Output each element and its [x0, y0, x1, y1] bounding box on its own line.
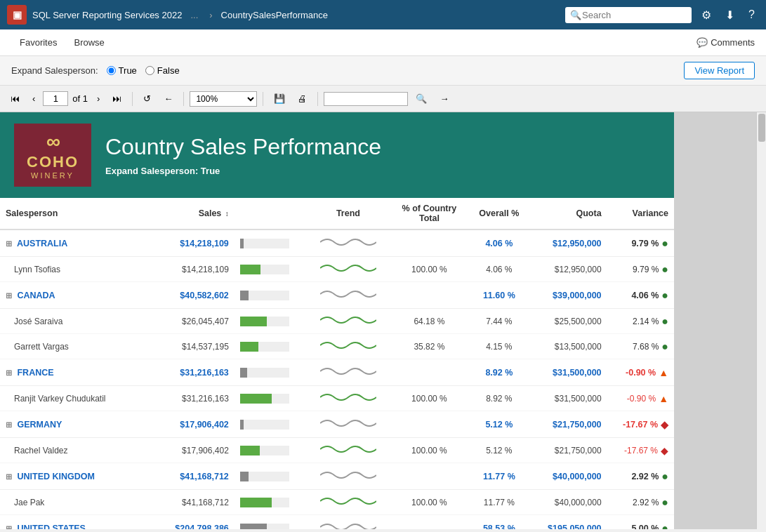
- first-page-button[interactable]: ⏮: [6, 91, 25, 107]
- help-button[interactable]: ?: [744, 6, 759, 24]
- indicator-icon: ◆: [661, 419, 668, 430]
- country-pct-of-country: [390, 282, 469, 309]
- refresh-button[interactable]: ↺: [138, 91, 156, 107]
- person-bar: [240, 317, 289, 326]
- report-area[interactable]: ∞ COHO WINERY Country Sales Performance …: [0, 112, 766, 529]
- indicator-icon: ●: [661, 289, 668, 302]
- person-trend: [306, 334, 390, 359]
- breadcrumb-report: CountrySalesPerformance: [221, 10, 328, 20]
- expand-icon[interactable]: ⊞: [6, 368, 12, 377]
- person-name: Garrett Vargas: [0, 334, 143, 359]
- country-pct-of-country: [390, 515, 469, 530]
- expand-icon[interactable]: ⊞: [6, 291, 12, 300]
- expand-icon[interactable]: ⊞: [6, 239, 12, 248]
- app-logo: ▣: [7, 5, 27, 25]
- person-bar: [240, 498, 289, 507]
- country-row: ⊞ GERMANY $17,906,402 5.12 % $21,750,000…: [0, 411, 674, 438]
- subtitle-label: Expand Salesperson:: [105, 166, 198, 176]
- country-row: ⊞ UNITED KINGDOM $41,168,712 11.77 % $40…: [0, 463, 674, 490]
- country-overall: 11.60 %: [468, 282, 529, 309]
- person-pct-of-country: 100.00 %: [390, 386, 469, 411]
- table-row: José Saraiva $26,045,407 64.18 % 7.44 % …: [0, 309, 674, 334]
- logo-icon: ▣: [13, 9, 22, 20]
- scrollbar-thumb[interactable]: [758, 114, 765, 142]
- country-overall: 5.12 %: [468, 411, 529, 438]
- table-row: Jae Pak $41,168,712 100.00 % 11.77 % $40…: [0, 490, 674, 515]
- comments-button[interactable]: 💬 Comments: [696, 37, 755, 48]
- prev-page-button[interactable]: ‹: [27, 91, 40, 107]
- country-bar-cell: [235, 515, 307, 530]
- find-next-button[interactable]: →: [435, 91, 454, 107]
- next-page-button[interactable]: ›: [92, 91, 105, 107]
- country-sales: $40,582,602: [143, 282, 235, 309]
- person-bar-fill: [240, 446, 260, 455]
- logo-company-sub: WINERY: [31, 171, 74, 180]
- report-content: ∞ COHO WINERY Country Sales Performance …: [0, 112, 674, 529]
- report-search-input[interactable]: [324, 92, 408, 106]
- country-trend: [306, 463, 390, 490]
- country-variance: 5.00 % ●: [613, 522, 668, 530]
- person-variance-cell: 9.79 % ●: [607, 257, 674, 282]
- back-button[interactable]: ←: [159, 91, 178, 107]
- radio-true-input[interactable]: [107, 66, 116, 75]
- search-input[interactable]: [565, 7, 692, 23]
- toolbar-separator-4: [317, 92, 318, 106]
- report-toolbar: ⏮ ‹ of 1 › ⏭ ↺ ← 100% 75% 150% 200% Page…: [0, 86, 766, 112]
- expand-icon[interactable]: ⊞: [6, 524, 12, 530]
- find-button[interactable]: 🔍: [411, 91, 432, 107]
- settings-button[interactable]: ⚙: [697, 6, 715, 25]
- country-quota: $40,000,000: [529, 463, 607, 490]
- person-quota: $13,500,000: [529, 334, 607, 359]
- country-bar: [240, 239, 289, 248]
- radio-true-label: True: [119, 65, 137, 76]
- indicator-icon: ●: [661, 263, 668, 276]
- country-bar: [240, 472, 289, 481]
- save-button[interactable]: 💾: [269, 91, 290, 107]
- radio-true[interactable]: True: [107, 65, 137, 76]
- country-bar: [240, 420, 289, 430]
- scrollbar-track[interactable]: [756, 112, 766, 529]
- sales-table: Salesperson Sales ↕ Trend % of Country T…: [0, 198, 674, 529]
- person-sales: $26,045,407: [143, 309, 235, 334]
- browse-tab[interactable]: Browse: [65, 32, 112, 53]
- page-number-input[interactable]: [43, 91, 68, 106]
- person-pct-of-country: 100.00 %: [390, 438, 469, 463]
- last-page-button[interactable]: ⏭: [107, 91, 126, 107]
- person-sales: $31,216,163: [143, 386, 235, 411]
- report-header: ∞ COHO WINERY Country Sales Performance …: [0, 112, 674, 198]
- country-overall: 58.53 %: [468, 515, 529, 530]
- country-trend: [306, 359, 390, 386]
- country-variance-cell: 2.92 % ●: [607, 463, 674, 490]
- expand-icon[interactable]: ⊞: [6, 420, 12, 429]
- person-bar-fill: [240, 317, 268, 326]
- indicator-icon: ▲: [659, 393, 668, 404]
- radio-false[interactable]: False: [145, 65, 180, 76]
- logo-company-name: COHO: [27, 153, 79, 171]
- favorites-tab[interactable]: Favorites: [11, 32, 65, 53]
- zoom-select[interactable]: 100% 75% 150% 200% Page Width Whole Page: [190, 91, 257, 107]
- person-overall: 11.77 %: [468, 490, 529, 515]
- app-title: SQL Server Reporting Services 2022: [32, 10, 182, 20]
- person-overall: 5.12 %: [468, 438, 529, 463]
- country-pct-of-country: [390, 230, 469, 257]
- person-trend: [306, 309, 390, 334]
- country-pct-of-country: [390, 359, 469, 386]
- print-button[interactable]: 🖨: [293, 91, 312, 107]
- person-sales: $14,218,109: [143, 257, 235, 282]
- person-overall: 8.92 %: [468, 386, 529, 411]
- bar-fill: [240, 524, 268, 529]
- expand-icon[interactable]: ⊞: [6, 472, 12, 481]
- country-variance-cell: -17.67 % ◆: [607, 411, 674, 438]
- person-trend: [306, 257, 390, 282]
- download-button[interactable]: ⬇: [721, 6, 739, 25]
- country-trend: [306, 515, 390, 530]
- country-bar-cell: [235, 230, 307, 257]
- country-variance: -17.67 % ◆: [613, 419, 668, 430]
- radio-group: True False: [107, 65, 180, 76]
- country-bar-cell: [235, 359, 307, 386]
- view-report-button[interactable]: View Report: [684, 62, 755, 79]
- radio-false-input[interactable]: [145, 66, 154, 75]
- country-bar-cell: [235, 411, 307, 438]
- country-variance-cell: -0.90 % ▲: [607, 359, 674, 386]
- indicator-icon: ●: [661, 237, 668, 250]
